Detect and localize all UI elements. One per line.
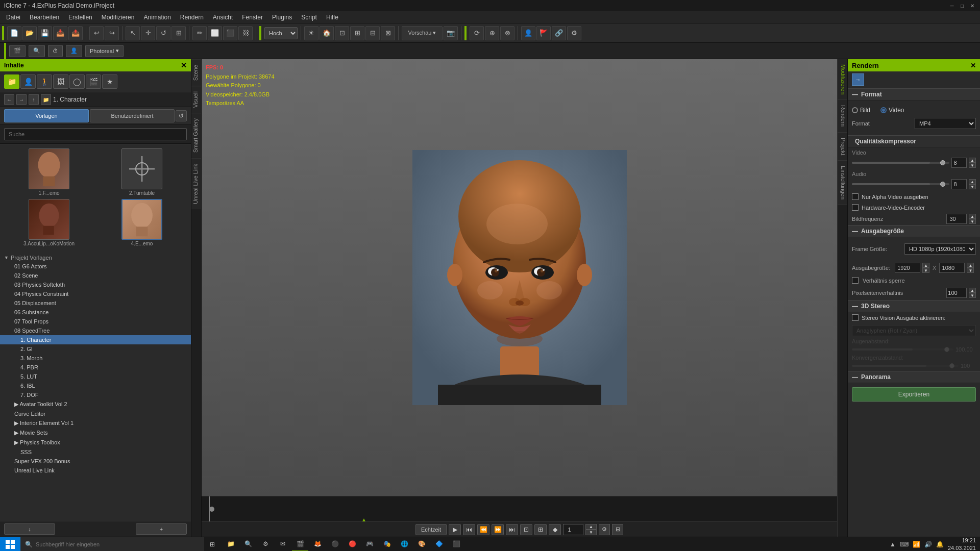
tree-movie-sets[interactable]: ▶ Movie Sets: [0, 428, 191, 438]
anim-icon-btn[interactable]: ⏱: [48, 45, 63, 57]
format-select[interactable]: MP4 AVI MOV: [915, 118, 976, 129]
tree-03-physics-softcloth[interactable]: 03 Physics Softcloth: [0, 280, 191, 289]
thumb-2[interactable]: 2.Turntable: [97, 148, 187, 196]
tree-6-ibl[interactable]: 6. IBL: [0, 381, 191, 390]
stereo-checkbox[interactable]: [852, 314, 859, 321]
thumb-img-4[interactable]: [121, 199, 162, 240]
back-btn[interactable]: ←: [4, 94, 14, 105]
view2-btn[interactable]: ⊞: [350, 26, 364, 40]
char-icon-btn[interactable]: 👤: [66, 45, 82, 57]
taskbar-app-app3[interactable]: 🎮: [361, 537, 378, 552]
nav-star-btn[interactable]: ★: [102, 74, 117, 89]
menu-modifizieren[interactable]: Modifizieren: [97, 13, 139, 22]
nav-walk-btn[interactable]: 🚶: [37, 74, 52, 89]
search-icon-btn[interactable]: 🔍: [29, 45, 45, 57]
right-panel-close[interactable]: ✕: [970, 62, 976, 69]
nav-image-btn[interactable]: 🖼: [53, 74, 68, 89]
panorama-section-header[interactable]: — Panorama: [848, 371, 980, 383]
audio-spin-up[interactable]: ▲: [969, 179, 976, 184]
tree-01-g6actors[interactable]: 01 G6 Actors: [0, 262, 191, 271]
menu-plugins[interactable]: Plugins: [268, 13, 296, 22]
nav-person-btn[interactable]: 👤: [20, 74, 36, 89]
thumb-1[interactable]: 1.F...emo: [4, 148, 94, 196]
menu-ansicht[interactable]: Ansicht: [209, 13, 237, 22]
quality-dropdown[interactable]: Hoch Mittel Niedrig: [264, 27, 298, 39]
tree-04-physics-constraint[interactable]: 04 Physics Constraint: [0, 289, 191, 298]
menu-rendern[interactable]: Rendern: [176, 13, 208, 22]
tree-3-morph[interactable]: 3. Morph: [0, 354, 191, 363]
tree-super-vfx[interactable]: Super VFX 200 Bonus: [0, 457, 191, 466]
width-up[interactable]: ▲: [922, 263, 929, 268]
radio-video[interactable]: Video: [880, 107, 904, 114]
ratio-checkbox[interactable]: [852, 277, 859, 284]
select-btn[interactable]: ↖: [126, 26, 140, 40]
home-btn[interactable]: 🏠: [320, 26, 334, 40]
menu-hilfe[interactable]: Hilfe: [322, 13, 342, 22]
settings-btn[interactable]: ⚙: [599, 524, 610, 535]
task-view-btn[interactable]: ⊞: [204, 537, 220, 552]
add-btn[interactable]: +: [136, 523, 187, 535]
tray-keyboard[interactable]: ⌨: [900, 541, 909, 548]
taskbar-app-app7[interactable]: 🔷: [431, 537, 447, 552]
tray-volume[interactable]: 🔊: [924, 541, 932, 548]
tree-physics-toolbox[interactable]: ▶ Physics Toolbox: [0, 438, 191, 447]
system-clock[interactable]: 19:21 24.03.2021: [948, 537, 976, 551]
side-tab-visuell[interactable]: Visuell: [191, 86, 201, 113]
taskbar-app-app2[interactable]: 🔴: [344, 537, 360, 552]
frame-input[interactable]: [563, 524, 583, 535]
tree-unreal-live-link[interactable]: Unreal Live Link: [0, 466, 191, 475]
frame-up[interactable]: ▲: [585, 524, 597, 530]
timeline-track[interactable]: ▲: [202, 496, 837, 521]
taskbar-search[interactable]: 🔍: [20, 537, 204, 552]
next-btn[interactable]: ⏩: [492, 524, 504, 535]
hw-encoder-checkbox[interactable]: [852, 204, 859, 211]
height-down[interactable]: ▼: [967, 268, 974, 273]
up-btn[interactable]: ↑: [29, 94, 39, 105]
frame-size-select[interactable]: HD 1080p (980x551) HD 720p (1280x720) …: [904, 243, 976, 255]
ratio-up[interactable]: ▲: [969, 288, 976, 293]
menu-animation[interactable]: Animation: [139, 13, 175, 22]
frame-down[interactable]: ▼: [585, 530, 597, 535]
nav-shape-btn[interactable]: ◯: [69, 74, 85, 89]
taskbar-app-explorer[interactable]: 📁: [223, 537, 239, 552]
radio-bild[interactable]: Bild: [852, 107, 870, 114]
tree-08-speedtree[interactable]: 08 SpeedTree: [0, 326, 191, 335]
nav-video-btn[interactable]: 🎬: [86, 74, 101, 89]
audio-spin-down[interactable]: ▼: [969, 184, 976, 189]
tab-vorlagen[interactable]: Vorlagen: [4, 109, 89, 122]
stereo-type-select[interactable]: Anaglyphen (Rot / Zyan): [852, 325, 976, 336]
taskbar-app-mail[interactable]: ✉: [275, 537, 291, 552]
right-vtab-modifizieren[interactable]: Modifizieren: [838, 59, 847, 100]
save-btn[interactable]: 💾: [38, 26, 52, 40]
taskbar-search-input[interactable]: [36, 541, 200, 547]
right-vtab-einstellungen[interactable]: Einstellungen: [838, 161, 847, 205]
photoreal-dropdown[interactable]: Photoreal ▾: [85, 45, 124, 57]
export-btn[interactable]: 📤: [68, 26, 83, 40]
tree-06-substance[interactable]: 06 Substance: [0, 308, 191, 317]
go-start-btn[interactable]: ⏮: [463, 524, 475, 535]
char1-btn[interactable]: 👤: [521, 26, 535, 40]
search-input[interactable]: [4, 128, 187, 140]
taskbar-app-app8[interactable]: ⬛: [448, 537, 464, 552]
thumb-img-3[interactable]: [29, 199, 69, 240]
paint-btn[interactable]: ✏: [192, 26, 207, 40]
tray-network[interactable]: 📶: [913, 541, 920, 548]
quality-section-header[interactable]: Qualitätskompressor: [848, 135, 980, 147]
audio-quality-input[interactable]: [951, 179, 967, 189]
taskbar-app-app1[interactable]: ⚫: [327, 537, 343, 552]
menu-datei[interactable]: Datei: [2, 13, 24, 22]
tree-curve-editor[interactable]: Curve Editor: [0, 409, 191, 418]
render-icon-btn[interactable]: 🎬: [9, 45, 26, 57]
thumb-3[interactable]: 3.AccuLip...oKoMotion: [4, 199, 94, 246]
sun-btn[interactable]: ☀: [304, 26, 318, 40]
audio-slider-thumb[interactable]: [940, 182, 945, 187]
right-vtab-projekt[interactable]: Projekt: [838, 133, 847, 161]
height-up[interactable]: ▲: [967, 263, 974, 268]
view1-btn[interactable]: ⊡: [335, 26, 349, 40]
left-panel-close[interactable]: ✕: [181, 61, 187, 69]
taskbar-app-firefox[interactable]: 🦊: [309, 537, 326, 552]
tree-2-gi[interactable]: 2. GI: [0, 344, 191, 354]
tray-arrow[interactable]: ▲: [890, 541, 896, 548]
down-btn[interactable]: ↓: [4, 523, 55, 535]
tree-sss[interactable]: SSS: [0, 447, 191, 457]
